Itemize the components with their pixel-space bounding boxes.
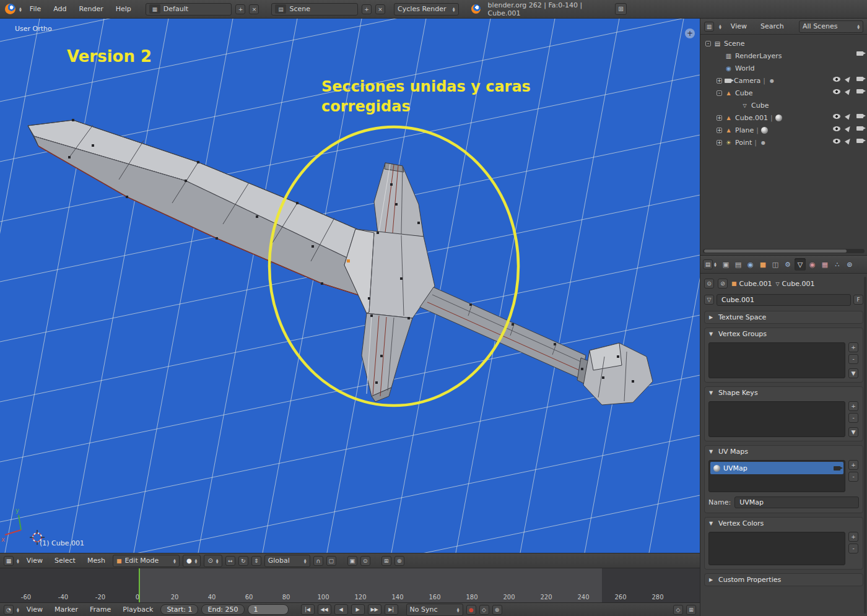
selectable-toggle-icon[interactable] bbox=[845, 75, 852, 82]
expander-icon[interactable]: - bbox=[705, 41, 711, 46]
vp-menu-select[interactable]: Select bbox=[50, 555, 80, 566]
panel-custom-properties[interactable]: ▶ Custom Properties bbox=[704, 573, 863, 586]
selectable-toggle-icon[interactable] bbox=[845, 137, 852, 144]
properties-editor-arrows-icon[interactable] bbox=[714, 262, 717, 267]
shading-selector[interactable]: ● bbox=[183, 555, 201, 567]
occlude-geometry-icon[interactable]: ▣ bbox=[347, 556, 357, 566]
properties-scrollbar[interactable] bbox=[864, 277, 866, 614]
tab-object[interactable]: ■ bbox=[757, 258, 769, 271]
collapse-icon[interactable]: ▼ bbox=[709, 390, 715, 396]
expander-icon[interactable]: + bbox=[717, 128, 722, 133]
fake-user-button[interactable]: F bbox=[853, 295, 863, 305]
tab-modifiers[interactable]: ⚙ bbox=[782, 258, 793, 271]
outliner-editor-arrows-icon[interactable] bbox=[719, 24, 721, 29]
tl-menu-frame[interactable]: Frame bbox=[85, 604, 115, 615]
expander-icon[interactable]: + bbox=[717, 115, 722, 121]
remove-scene-button[interactable]: × bbox=[375, 4, 385, 14]
render-engine-selector[interactable]: Cycles Render bbox=[394, 3, 459, 15]
remove-uv-map-button[interactable]: - bbox=[848, 472, 858, 482]
selectable-toggle-icon[interactable] bbox=[845, 112, 852, 119]
window-duplicate-icon[interactable]: ⊞ bbox=[615, 3, 627, 15]
outliner-filter-selector[interactable]: All Scenes bbox=[799, 20, 863, 33]
render-anim-icon[interactable]: ⊛ bbox=[394, 556, 404, 566]
keying-options-icon[interactable]: ⊛ bbox=[492, 605, 502, 615]
add-layout-button[interactable]: + bbox=[235, 4, 245, 14]
render-opengl-icon[interactable]: ⊞ bbox=[381, 556, 391, 566]
outliner-menu-search[interactable]: Search bbox=[756, 20, 788, 32]
tab-render[interactable]: ▣ bbox=[720, 258, 731, 271]
delete-keyframe-icon[interactable]: ⊞ bbox=[686, 605, 696, 615]
tree-row-camera[interactable]: + Camera | ● bbox=[700, 74, 867, 87]
tab-object-data[interactable]: ▽ bbox=[795, 258, 806, 271]
shape-keys-list[interactable] bbox=[708, 401, 845, 437]
vp-menu-view[interactable]: View bbox=[22, 555, 47, 566]
tree-row-renderlayers[interactable]: ▥ RenderLayers bbox=[700, 50, 867, 62]
timeline-ruler[interactable]: -60 -40 -20 0 20 40 60 80 100 120 140 16… bbox=[0, 568, 700, 602]
renderable-toggle-icon[interactable] bbox=[856, 89, 863, 93]
remove-shape-key-button[interactable]: - bbox=[848, 413, 858, 423]
collapse-icon[interactable]: ▼ bbox=[709, 331, 715, 337]
hide-toggle-icon[interactable] bbox=[833, 139, 840, 144]
datablock-name-field[interactable]: Cube.001 bbox=[717, 294, 851, 306]
panel-texture-space[interactable]: ▶ Texture Space bbox=[704, 311, 863, 324]
manipulator-translate-icon[interactable]: ↔ bbox=[225, 556, 235, 566]
collapse-icon[interactable]: ▶ bbox=[709, 577, 715, 583]
add-uv-map-button[interactable]: + bbox=[848, 460, 858, 470]
prev-keyframe-button[interactable]: ◀◀ bbox=[318, 604, 331, 615]
menu-help[interactable]: Help bbox=[111, 3, 136, 15]
tab-material[interactable]: ◉ bbox=[807, 258, 818, 271]
blender-logo-icon[interactable] bbox=[5, 4, 15, 14]
pin-icon[interactable]: ⊙ bbox=[704, 279, 714, 288]
screen-layout-selector[interactable]: ▦ Default bbox=[146, 3, 232, 15]
shape-key-specials-button[interactable]: ▼ bbox=[848, 427, 858, 437]
expander-icon[interactable]: + bbox=[717, 78, 722, 84]
tab-texture[interactable]: ▦ bbox=[819, 258, 830, 271]
keying-set-icon[interactable]: ◇ bbox=[479, 605, 489, 615]
mode-selector[interactable]: ■ Edit Mode bbox=[113, 555, 180, 567]
panel-vertex-colors[interactable]: ▼ Vertex Colors + - bbox=[704, 517, 863, 570]
vertex-group-specials-button[interactable]: ▼ bbox=[848, 368, 858, 378]
tab-scene[interactable]: ▤ bbox=[733, 258, 744, 271]
timeline-editor-arrows-icon[interactable] bbox=[17, 607, 19, 612]
renderable-toggle-icon[interactable] bbox=[856, 114, 863, 118]
browse-icon[interactable]: ⊘ bbox=[718, 279, 728, 288]
tree-row-plane[interactable]: + ▲ Plane | bbox=[700, 124, 867, 136]
editor-type-arrows-icon[interactable] bbox=[19, 7, 22, 12]
tab-particles[interactable]: ∴ bbox=[832, 258, 843, 271]
remove-layout-button[interactable]: × bbox=[249, 4, 259, 14]
tree-row-cube001[interactable]: + ▲ Cube.001 | bbox=[700, 111, 867, 124]
current-frame-field[interactable]: 1 bbox=[248, 604, 289, 615]
collapse-icon[interactable]: ▼ bbox=[709, 449, 715, 454]
breadcrumb-object[interactable]: ■ Cube.001 bbox=[731, 280, 772, 288]
toolshelf-expand-icon[interactable]: + bbox=[685, 28, 695, 38]
collapse-icon[interactable]: ▶ bbox=[709, 315, 715, 320]
vertex-groups-list[interactable] bbox=[708, 342, 845, 378]
hide-toggle-icon[interactable] bbox=[833, 126, 840, 131]
panel-vertex-groups[interactable]: ▼ Vertex Groups + - ▼ bbox=[704, 328, 863, 383]
snap-magnet-icon[interactable]: ∩ bbox=[313, 556, 323, 566]
uv-map-item[interactable]: UVMap bbox=[710, 462, 843, 474]
tab-physics[interactable]: ⊚ bbox=[844, 258, 855, 271]
viewport-editor-icon[interactable]: ▦ bbox=[4, 556, 14, 566]
timeline-editor-icon[interactable]: ◔ bbox=[4, 605, 14, 615]
uv-maps-list[interactable]: UVMap bbox=[708, 460, 845, 492]
hide-toggle-icon[interactable] bbox=[833, 89, 840, 94]
expander-icon[interactable]: - bbox=[717, 90, 722, 96]
vp-menu-mesh[interactable]: Mesh bbox=[83, 555, 110, 566]
proportional-edit-icon[interactable]: ⊙ bbox=[360, 556, 370, 566]
hide-toggle-icon[interactable] bbox=[833, 77, 840, 82]
render-toggle-icon[interactable] bbox=[856, 51, 863, 56]
tab-world[interactable]: ◉ bbox=[745, 258, 756, 271]
menu-file[interactable]: File bbox=[25, 3, 45, 15]
selectable-toggle-icon[interactable] bbox=[845, 87, 852, 95]
vertex-colors-list[interactable] bbox=[708, 532, 845, 565]
next-keyframe-button[interactable]: ▶▶ bbox=[368, 604, 381, 615]
scene-selector[interactable]: ▤ Scene bbox=[271, 3, 358, 15]
panel-uv-maps[interactable]: ▼ UV Maps UVMap + - bbox=[704, 445, 863, 513]
record-button[interactable]: ● bbox=[466, 605, 476, 615]
viewport-editor-arrows-icon[interactable] bbox=[17, 558, 19, 563]
manipulator-scale-icon[interactable]: ⇕ bbox=[251, 556, 261, 566]
viewport-3d[interactable]: x y User Ortho Version 2 Secciones unida… bbox=[0, 19, 700, 553]
tab-constraints[interactable]: ◫ bbox=[770, 258, 781, 271]
tree-row-cube-data[interactable]: ▽ Cube bbox=[700, 99, 867, 111]
